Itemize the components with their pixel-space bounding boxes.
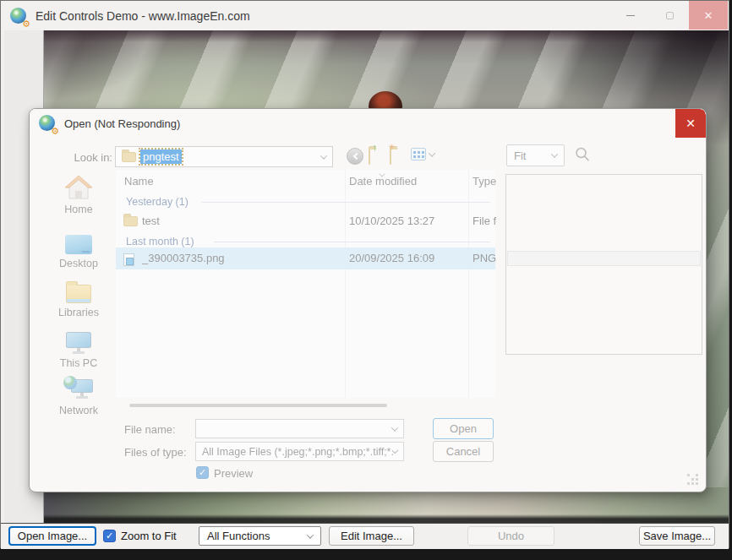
sidebar-item-libraries[interactable]: Libraries [45, 276, 112, 318]
sparkle-icon: ✳ [388, 143, 395, 151]
up-one-level-button[interactable]: ↑ [369, 150, 370, 165]
undo-button[interactable]: Undo [467, 526, 554, 546]
dialog-app-icon: ⚙ [39, 115, 56, 132]
new-folder-button[interactable]: ✳ [390, 150, 391, 165]
chevron-down-icon [551, 150, 558, 157]
open-image-button[interactable]: Open Image... [8, 526, 96, 546]
zoom-to-fit-checkbox[interactable]: ✓ [103, 530, 116, 542]
group-divider [214, 242, 490, 242]
file-name-combobox[interactable] [195, 419, 404, 438]
file-date: 10/10/2025 13:27 [349, 215, 466, 227]
dialog-cancel-button[interactable]: Cancel [433, 441, 494, 462]
sidebar-item-label: Home [64, 204, 92, 215]
file-type: File folder [473, 215, 497, 227]
close-button[interactable]: ✕ [689, 1, 728, 30]
functions-select[interactable]: All Functions [199, 526, 321, 546]
files-of-type-label: Files of type: [124, 446, 187, 459]
gear-icon: ⚙ [22, 19, 30, 29]
open-dialog: ⚙ Open (Not Responding) ✕ Look in: pngte… [29, 108, 707, 492]
close-icon: ✕ [686, 117, 696, 130]
column-header-type[interactable]: Type [473, 175, 496, 188]
sidebar-item-desktop[interactable]: Desktop [45, 227, 112, 269]
sidebar-item-label: This PC [60, 357, 97, 369]
column-header-date-modified[interactable]: Date modified [349, 175, 417, 188]
view-menu-button[interactable] [411, 148, 426, 160]
horizontal-scrollbar-thumb[interactable] [129, 404, 387, 407]
save-image-button[interactable]: Save Image... [639, 526, 715, 546]
preview-checkbox-label: Preview [214, 467, 253, 480]
app-globe-gear-icon: ⚙ [10, 8, 27, 24]
preview-panel [505, 174, 702, 355]
minimize-button[interactable] [611, 1, 650, 30]
chevron-down-icon [307, 531, 314, 538]
check-icon: ✓ [199, 468, 206, 477]
folder-icon [122, 152, 136, 162]
dialog-close-button[interactable]: ✕ [675, 109, 706, 138]
column-header-name[interactable]: Name [124, 175, 154, 188]
close-icon: ✕ [704, 9, 713, 22]
sidebar-item-label: Desktop [59, 258, 98, 269]
sidebar-item-network[interactable]: Network [45, 374, 112, 416]
file-list: Name Date modified Type Yesterday (1) te… [116, 170, 495, 398]
home-icon [64, 173, 93, 200]
gear-icon: ⚙ [51, 127, 59, 136]
column-divider [468, 170, 469, 398]
leaf-strip [44, 487, 729, 523]
window-controls: ✕ [611, 1, 728, 30]
arrow-up-icon: ↑ [372, 142, 377, 154]
desktop-icon [65, 227, 92, 254]
minimize-icon [626, 15, 635, 16]
chevron-down-icon [320, 152, 327, 159]
screen: ⚙ Edit Controls Demo - www.ImageEn.com ✕ [0, 0, 732, 560]
file-name: _390003735.png [142, 252, 341, 264]
file-type: PNG File [473, 252, 497, 264]
files-of-type-combobox[interactable]: All Image Files (*.jpeg;*.png;*.bmp;*.ti… [195, 442, 404, 461]
window-title: Edit Controls Demo - www.ImageEn.com [36, 9, 250, 23]
main-titlebar: ⚙ Edit Controls Demo - www.ImageEn.com ✕ [1, 1, 729, 30]
functions-select-value: All Functions [207, 530, 270, 542]
sidebar-item-home[interactable]: Home [45, 173, 112, 215]
files-of-type-value: All Image Files (*.jpeg;*.png;*.bmp;*.ti… [202, 446, 393, 458]
preview-zoom-value: Fit [514, 150, 526, 162]
group-divider [202, 202, 490, 203]
back-button[interactable] [347, 148, 363, 165]
file-name-label: File name: [124, 423, 176, 436]
dialog-titlebar: ⚙ Open (Not Responding) [30, 109, 706, 138]
chevron-down-icon [391, 424, 398, 431]
libraries-folder-icon [66, 276, 91, 303]
bottom-toolbar: Open Image... ✓ Zoom to Fit All Function… [1, 523, 729, 549]
network-icon [63, 374, 94, 401]
file-row-test[interactable]: test 10/10/2025 13:27 File folder [116, 210, 495, 232]
resize-grip[interactable] [687, 474, 699, 486]
file-date: 20/09/2025 16:09 [349, 252, 466, 264]
maximize-icon [666, 12, 674, 19]
maximize-button[interactable] [650, 1, 689, 30]
sidebar-item-label: Network [59, 405, 98, 416]
arrow-left-icon [352, 153, 359, 160]
preview-placeholder-bar [507, 251, 701, 266]
zoom-to-fit-label: Zoom to Fit [121, 526, 177, 546]
sidebar-item-label: Libraries [58, 307, 99, 318]
magnifier-icon[interactable] [574, 146, 591, 166]
grid-view-icon [413, 151, 416, 154]
file-row-png-selected[interactable]: _390003735.png 20/09/2025 16:09 PNG File [116, 247, 495, 269]
preview-zoom-select[interactable]: Fit [506, 144, 565, 166]
look-in-label: Look in: [70, 151, 112, 164]
edit-image-button[interactable]: Edit Image... [329, 526, 414, 546]
group-header-last-month[interactable]: Last month (1) [126, 236, 194, 247]
monitor-icon [66, 327, 91, 354]
group-header-yesterday[interactable]: Yesterday (1) [126, 196, 188, 208]
chevron-down-icon[interactable] [429, 150, 435, 156]
look-in-value: pngtest [140, 150, 182, 164]
folder-icon [369, 149, 370, 165]
png-file-icon [123, 253, 134, 266]
dialog-body: Look in: pngtest ↑ ✳ Fit [30, 138, 706, 492]
folder-icon [123, 216, 138, 226]
dialog-open-button[interactable]: Open [433, 418, 494, 439]
dialog-title: Open (Not Responding) [64, 117, 180, 130]
column-divider [345, 170, 346, 398]
preview-checkbox[interactable]: ✓ [196, 466, 209, 479]
sidebar-item-this-pc[interactable]: This PC [45, 327, 112, 369]
globe-icon [63, 376, 77, 389]
look-in-combobox[interactable]: pngtest [115, 146, 333, 167]
